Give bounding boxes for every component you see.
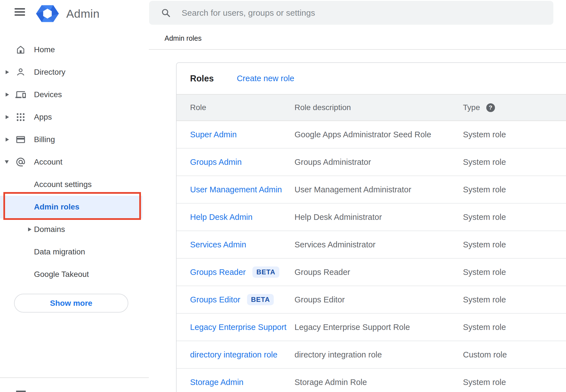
- role-description: Groups Editor: [295, 295, 345, 304]
- sidebar-item-domains[interactable]: Domains: [0, 218, 149, 241]
- expand-caret-icon[interactable]: [28, 227, 31, 231]
- sidebar-divider: [0, 377, 149, 378]
- role-description: Storage Admin Role: [295, 378, 367, 387]
- role-type: System role: [463, 295, 506, 304]
- sidebar-item-label: Google Takeout: [34, 270, 89, 279]
- sidebar-item-google-takeout[interactable]: Google Takeout: [0, 263, 149, 286]
- role-link[interactable]: Groups Editor: [190, 295, 240, 304]
- header-divider: [149, 49, 566, 50]
- table-row: Super AdminGoogle Apps Administrator See…: [177, 121, 566, 149]
- role-type: System role: [463, 240, 506, 249]
- expand-caret-icon[interactable]: [6, 115, 9, 119]
- role-type: System role: [463, 268, 506, 277]
- sidebar-item-apps[interactable]: Apps: [0, 106, 149, 128]
- home-icon: [15, 45, 26, 55]
- role-link[interactable]: Storage Admin: [190, 378, 243, 387]
- role-link[interactable]: Groups Reader: [190, 268, 246, 277]
- google-admin-logo[interactable]: Admin: [36, 5, 100, 22]
- table-row: Services AdminServices AdministratorSyst…: [177, 231, 566, 259]
- expand-caret-icon[interactable]: [6, 70, 9, 74]
- roles-title: Roles: [190, 74, 214, 84]
- sidebar-item-data-migration[interactable]: Data migration: [0, 241, 149, 263]
- show-more-button[interactable]: Show more: [14, 294, 128, 313]
- role-cell: Groups ReaderBETA: [190, 266, 279, 278]
- sidebar-nav: HomeDirectoryDevicesAppsBillingAccountAc…: [0, 38, 149, 286]
- sidebar-item-label: Account: [34, 158, 62, 167]
- admin-hexagon-icon: [36, 5, 59, 22]
- role-cell: directory integration role: [190, 350, 277, 359]
- person-icon: [15, 67, 26, 78]
- devices-icon: [15, 90, 26, 100]
- table-row: Legacy Enterprise SupportLegacy Enterpri…: [177, 314, 566, 341]
- sidebar-item-label: Billing: [34, 135, 55, 144]
- column-header-type-label: Type: [463, 103, 480, 112]
- sidebar-item-devices[interactable]: Devices: [0, 83, 149, 106]
- role-type: System role: [463, 185, 506, 194]
- table-row: Help Desk AdminHelp Desk AdministratorSy…: [177, 204, 566, 231]
- table-row: Storage AdminStorage Admin RoleSystem ro…: [177, 369, 566, 392]
- hamburger-bar: [15, 14, 25, 16]
- role-cell: Legacy Enterprise Support: [190, 323, 286, 332]
- roles-table-body: Super AdminGoogle Apps Administrator See…: [177, 121, 566, 392]
- hamburger-bar: [15, 8, 25, 10]
- cutoff-icon: [16, 391, 26, 392]
- search-icon: [161, 8, 171, 18]
- role-description: Help Desk Administrator: [295, 213, 382, 222]
- app-title: Admin: [66, 5, 100, 22]
- search-input[interactable]: [182, 8, 553, 18]
- roles-card-header: Roles Create new role: [177, 63, 566, 94]
- role-link[interactable]: Legacy Enterprise Support: [190, 323, 286, 332]
- role-description: Groups Reader: [295, 268, 350, 277]
- role-description: Groups Administrator: [295, 158, 371, 167]
- role-cell: Services Admin: [190, 240, 246, 249]
- sidebar-item-account[interactable]: Account: [0, 151, 149, 173]
- role-link[interactable]: Help Desk Admin: [190, 213, 252, 222]
- collapse-caret-icon[interactable]: [5, 160, 9, 164]
- sidebar-item-label: Account settings: [34, 180, 92, 189]
- role-cell: Help Desk Admin: [190, 213, 252, 222]
- search-bar[interactable]: [149, 1, 553, 25]
- expand-caret-icon[interactable]: [6, 93, 9, 97]
- sidebar-item-label: Apps: [34, 113, 52, 122]
- role-link[interactable]: Super Admin: [190, 130, 237, 139]
- table-row: User Management AdminUser Management Adm…: [177, 176, 566, 204]
- expand-caret-icon[interactable]: [6, 138, 9, 142]
- column-header-description: Role description: [295, 103, 351, 112]
- role-link[interactable]: User Management Admin: [190, 185, 282, 194]
- role-link[interactable]: Groups Admin: [190, 158, 242, 167]
- apps-grid-icon: [15, 112, 26, 122]
- role-type: System role: [463, 130, 506, 139]
- role-description: User Management Administrator: [295, 185, 411, 194]
- credit-card-icon: [15, 135, 26, 145]
- role-cell: Storage Admin: [190, 378, 243, 387]
- table-row: Groups AdminGroups AdministratorSystem r…: [177, 149, 566, 176]
- role-cell: Super Admin: [190, 130, 237, 139]
- hamburger-bar: [15, 11, 25, 13]
- role-description: Google Apps Administrator Seed Role: [295, 130, 431, 139]
- sidebar-item-billing[interactable]: Billing: [0, 128, 149, 151]
- sidebar-item-directory[interactable]: Directory: [0, 61, 149, 83]
- sidebar-item-label: Home: [34, 45, 55, 54]
- role-type: System role: [463, 158, 506, 167]
- admin-console-page: Admin Admin roles HomeDirectoryDevicesAp…: [0, 0, 566, 392]
- help-icon[interactable]: ?: [486, 103, 495, 112]
- role-description: Legacy Enterprise Support Role: [295, 323, 410, 332]
- sidebar-item-label: Devices: [34, 90, 62, 99]
- create-new-role-link[interactable]: Create new role: [237, 74, 294, 83]
- sidebar-item-label: Domains: [34, 225, 65, 234]
- role-cell: Groups EditorBETA: [190, 294, 274, 305]
- column-header-role: Role: [190, 103, 206, 112]
- role-link[interactable]: directory integration role: [190, 350, 277, 359]
- role-cell: Groups Admin: [190, 158, 242, 167]
- sidebar-item-admin-roles[interactable]: Admin roles: [0, 196, 149, 218]
- role-cell: User Management Admin: [190, 185, 282, 194]
- table-row: Groups ReaderBETAGroups ReaderSystem rol…: [177, 259, 566, 286]
- sidebar-item-label: Admin roles: [34, 202, 79, 211]
- column-header-type: Type ?: [463, 103, 495, 112]
- sidebar-item-home[interactable]: Home: [0, 38, 149, 61]
- menu-hamburger-icon[interactable]: [15, 8, 25, 16]
- role-description: Services Administrator: [295, 240, 376, 249]
- sidebar-item-account-settings[interactable]: Account settings: [0, 173, 149, 196]
- role-link[interactable]: Services Admin: [190, 240, 246, 249]
- role-type: Custom role: [463, 350, 507, 359]
